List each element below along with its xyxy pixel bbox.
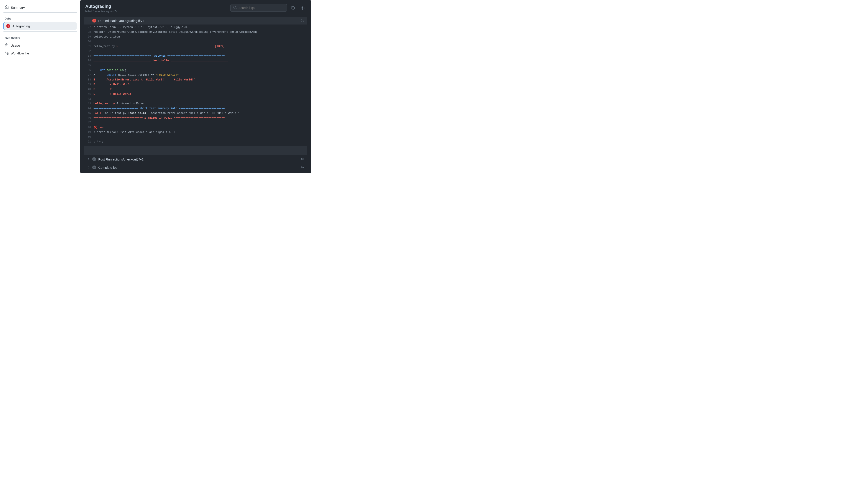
home-icon [5,5,9,10]
log-line: 51::***:: [84,139,307,144]
workflow-icon [5,51,8,55]
usage-link[interactable]: Usage [3,41,76,49]
log-line: 46============================== 1 faile… [84,116,307,120]
steps-list: Run education/autograding@v1 3s 27platfo… [84,17,307,171]
page-subtitle: failed 3 minutes ago in 7s [85,9,117,13]
check-icon [92,165,96,169]
summary-link[interactable]: Summary [3,3,76,12]
job-name-label: Autograding [12,24,30,28]
search-icon [233,6,237,10]
fail-icon [92,19,96,23]
log-line: 34___________________________________ te… [84,58,307,63]
search-input[interactable] [239,6,284,9]
log-line: 35 [84,63,307,68]
workflow-file-link[interactable]: Workflow file [3,49,76,57]
settings-button[interactable] [299,4,306,11]
log-line: 44=========================== short test… [84,106,307,111]
usage-label: Usage [11,43,20,47]
step-collapsed[interactable]: Complete job0s [84,163,307,171]
step-title: Complete job [98,166,299,169]
step-duration: 0s [301,166,304,169]
log-output[interactable]: 27platform linux -- Python 3.8.10, pytes… [84,25,307,146]
log-line: 33=================================== FA… [84,54,307,58]
refresh-button[interactable] [289,4,297,11]
stopwatch-icon [5,43,8,47]
log-line: 37> assert hello.hello_world() == "Hello… [84,73,307,77]
log-line: 41E + Hello Worl! [84,92,307,97]
log-line: 49::error::Error: Exit with code: 1 and … [84,130,307,135]
log-line: 48❌ test [84,125,307,130]
log-line: 29collected 1 item [84,34,307,39]
log-line: 45FAILED hello_test.py::test_hello - Ass… [84,111,307,116]
summary-label: Summary [11,6,25,9]
log-line: 32 [84,49,307,54]
check-icon [92,157,96,161]
log-line: 28rootdir: /home/runner/work/coding-envi… [84,30,307,34]
step-duration: 3s [301,19,304,22]
sidebar: Summary Jobs Autograding Run details Usa… [0,0,80,177]
chevron-right-icon [87,158,90,161]
log-line: 30 [84,39,307,44]
log-line: 47 [84,120,307,125]
workflow-file-label: Workflow file [11,52,29,55]
fail-icon [6,24,10,28]
log-line: 43hello_test.py:4: AssertionError [84,101,307,106]
step-title: Run education/autograding@v1 [98,19,299,23]
log-line: 31hello_test.py F [100%] [84,44,307,49]
title-block: Autograding failed 3 minutes ago in 7s [85,4,117,13]
main-header: Autograding failed 3 minutes ago in 7s [84,4,307,17]
search-box[interactable] [230,4,287,12]
jobs-section: Jobs Autograding [3,16,76,32]
sidebar-item-autograding[interactable]: Autograding [3,22,76,30]
header-tools [230,4,306,12]
run-details-heading: Run details [3,35,76,41]
log-line: 40E ? - [84,87,307,92]
main-panel: Autograding failed 3 minutes ago in 7s [80,0,311,173]
chevron-down-icon [87,19,90,22]
step-header[interactable]: Run education/autograding@v1 3s [84,17,307,25]
step-title: Post Run actions/checkout@v2 [98,158,299,161]
step-duration: 0s [301,158,304,161]
log-line: 27platform linux -- Python 3.8.10, pytes… [84,25,307,30]
log-line: 36 def test_hello(): [84,68,307,73]
step-collapsed[interactable]: Post Run actions/checkout@v20s [84,155,307,163]
log-line: 38E AssertionError: assert 'Hello Worl!'… [84,77,307,82]
log-line: 39E - Hello World! [84,82,307,87]
log-line: 50 [84,135,307,139]
log-line: 42 [84,97,307,101]
step-expanded: Run education/autograding@v1 3s 27platfo… [84,17,307,155]
chevron-right-icon [87,166,90,169]
page-title: Autograding [85,4,117,9]
jobs-heading: Jobs [3,16,76,22]
